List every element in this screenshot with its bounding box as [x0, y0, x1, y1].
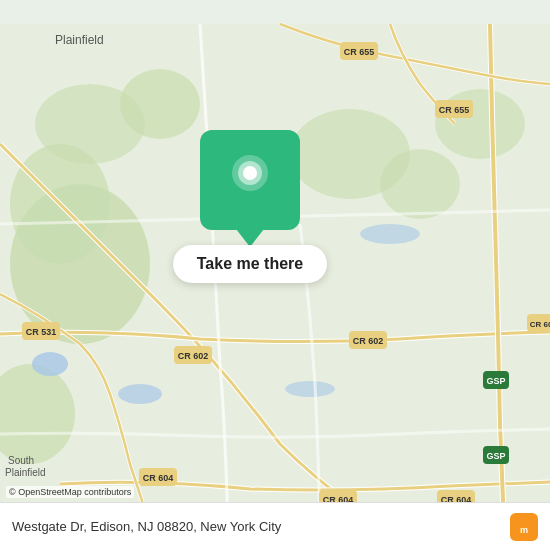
svg-point-10: [118, 384, 162, 404]
svg-point-6: [380, 149, 460, 219]
svg-text:CR 602: CR 602: [353, 336, 384, 346]
svg-text:CR 655: CR 655: [439, 105, 470, 115]
svg-point-12: [360, 224, 420, 244]
svg-text:Plainfield: Plainfield: [5, 467, 46, 478]
take-me-there-button[interactable]: Take me there: [173, 245, 327, 283]
location-pin-icon: [225, 153, 275, 208]
map-container: CR 655 CR 655 CR 531 CR 602 CR 602 CR 60…: [0, 0, 550, 550]
svg-text:GSP: GSP: [486, 376, 505, 386]
bottom-bar: Westgate Dr, Edison, NJ 08820, New York …: [0, 502, 550, 550]
svg-point-9: [32, 352, 68, 376]
osm-attribution: © OpenStreetMap contributors: [6, 486, 134, 498]
svg-text:GSP: GSP: [486, 451, 505, 461]
svg-text:South: South: [8, 455, 34, 466]
svg-point-4: [35, 84, 145, 164]
moovit-logo-icon: m: [510, 513, 538, 541]
svg-text:CR 604: CR 604: [143, 473, 174, 483]
location-pin-background: [200, 130, 300, 230]
svg-text:CR 531: CR 531: [26, 327, 57, 337]
svg-text:Plainfield: Plainfield: [55, 33, 104, 47]
moovit-logo: m: [510, 513, 538, 541]
svg-text:CR 655: CR 655: [344, 47, 375, 57]
svg-text:m: m: [520, 524, 528, 534]
address-text: Westgate Dr, Edison, NJ 08820, New York …: [12, 519, 281, 534]
svg-text:CR 60: CR 60: [530, 320, 550, 329]
svg-point-11: [285, 381, 335, 397]
svg-point-7: [435, 89, 525, 159]
take-me-there-container: Take me there: [140, 130, 360, 283]
svg-text:CR 602: CR 602: [178, 351, 209, 361]
